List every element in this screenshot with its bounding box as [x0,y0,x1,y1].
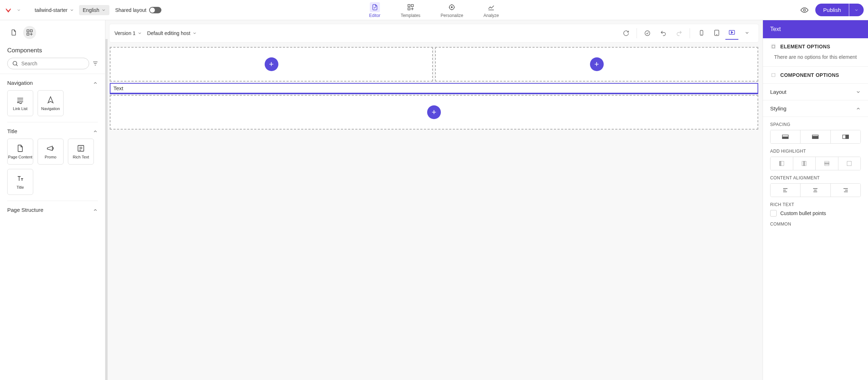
nav-personalize-label: Personalize [440,13,463,18]
project-name: tailwind-starter [35,7,68,13]
nav-personalize[interactable]: Personalize [438,1,466,19]
nav-analyze[interactable]: Analyze [481,1,502,19]
chevron-down-icon [854,8,859,12]
publish-group: Publish [815,4,864,16]
publish-button[interactable]: Publish [815,4,849,16]
svg-point-12 [803,9,806,11]
shared-layout-control: Shared layout [115,7,161,13]
personalize-icon [448,4,456,11]
templates-icon [407,4,414,11]
app-menu-chevron[interactable] [14,5,24,15]
nav-editor-label: Editor [369,13,380,18]
editor-icon [371,4,378,11]
app-logo[interactable] [4,6,12,14]
preview-button[interactable] [798,4,811,17]
nav-templates[interactable]: Templates [398,1,424,19]
topbar-left: tailwind-starter English Shared layout [4,5,161,15]
eye-icon [800,6,808,14]
analyze-icon [487,4,495,11]
shared-layout-label: Shared layout [115,7,146,13]
publish-dropdown[interactable] [849,4,864,16]
language-selector[interactable]: English [79,5,109,15]
nav-editor[interactable]: Editor [366,1,383,19]
primary-nav: Editor Templates Personalize Analyze [366,1,502,19]
top-bar: tailwind-starter English Shared layout E… [0,0,868,20]
shared-layout-toggle[interactable] [149,7,161,13]
topbar-right: Publish [798,4,864,17]
svg-rect-2 [408,8,410,10]
nav-templates-label: Templates [401,13,421,18]
svg-rect-0 [408,4,410,6]
svg-rect-1 [411,4,413,6]
language-label: English [83,7,99,13]
svg-point-6 [451,6,452,8]
project-selector[interactable]: tailwind-starter [31,5,78,15]
nav-analyze-label: Analyze [483,13,499,18]
